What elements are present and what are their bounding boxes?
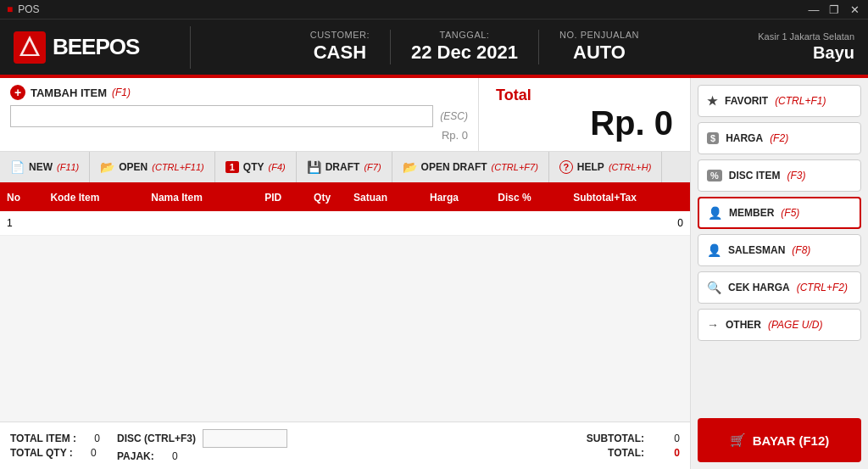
favorit-button[interactable]: ★ FAVORIT (CTRL+F1) [698,85,861,117]
qty-icon: 1 [225,161,239,173]
right-panel: ★ FAVORIT (CTRL+F1) $ HARGA (F2) % DISC … [690,78,868,469]
new-label: NEW [29,161,53,173]
disc-input[interactable] [203,429,287,448]
add-item-label: + TAMBAH ITEM (F1) [10,85,468,100]
member-shortcut: (F5) [781,207,799,219]
qty-shortcut: (F4) [269,162,286,172]
row-pid [248,211,298,235]
no-penjualan-value: AUTO [559,42,639,64]
other-label: OTHER [726,319,761,331]
kasir-label: Kasir 1 Jakarta Selatan [758,31,854,42]
maximize-button[interactable]: ❐ [827,3,841,16]
arrow-right-icon: → [707,318,719,332]
row-subtotal: 0 [566,211,690,235]
app-title: POS [18,3,39,15]
col-nama: Nama Item [144,184,248,211]
row-harga [423,211,491,235]
help-label: HELP [577,161,604,173]
search-icon: 🔍 [707,281,721,294]
new-button[interactable]: 📄 NEW (F11) [0,152,90,182]
favorit-shortcut: (CTRL+F1) [775,95,826,107]
disc-label: DISC (CTRL+F3) [117,433,196,444]
col-disc: Disc % [491,184,566,211]
add-item-text: TAMBAH ITEM [31,87,107,99]
table-row: 1 0 [0,211,690,235]
close-button[interactable]: ✕ [848,3,861,16]
draft-shortcut: (F7) [364,162,381,172]
col-pid: PID [248,184,298,211]
disc-icon: % [707,170,722,181]
total-title: Total [496,87,673,104]
salesman-button[interactable]: 👤 SALESMAN (F8) [698,234,861,266]
qty-button[interactable]: 1 QTY (F4) [215,152,297,182]
pajak-value: 0 [161,450,178,462]
item-qty-group: TOTAL ITEM : 0 TOTAL QTY : 0 [10,433,100,459]
open-draft-shortcut: (CTRL+F7) [492,162,538,172]
favorit-label: FAVORIT [725,95,768,107]
pajak-label: PAJAK: [117,450,154,462]
salesman-label: SALESMAN [728,244,785,256]
main-area: + TAMBAH ITEM (F1) (ESC) Rp. 0 Total Rp.… [0,78,868,469]
draft-button[interactable]: 💾 DRAFT (F7) [297,152,392,182]
col-satuan: Satuan [347,184,423,211]
header-divider [190,26,191,69]
open-shortcut: (CTRL+F11) [152,162,203,172]
other-button[interactable]: → OTHER (PAGE U/D) [698,309,861,341]
open-draft-button[interactable]: 📂 OPEN DRAFT (CTRL+F7) [392,152,549,182]
open-label: OPEN [119,161,147,173]
member-label: MEMBER [729,207,774,219]
total-value: 0 [654,447,680,459]
disc-item-button[interactable]: % DISC ITEM (F3) [698,159,861,192]
cek-harga-label: CEK HARGA [728,282,790,293]
col-subtotal: Subtotal+Tax [566,184,690,211]
esc-label: (ESC) [440,110,468,122]
cart-icon: 🛒 [730,433,746,448]
star-icon: ★ [707,94,718,108]
disc-item-label: DISC ITEM [729,170,781,181]
row-no: 1 [0,211,43,235]
member-icon: 👤 [708,206,722,220]
titlebar: ■ POS — ❐ ✕ [0,0,868,19]
cek-harga-button[interactable]: 🔍 CEK HARGA (CTRL+F2) [698,271,861,304]
subtotal-value: 0 [654,433,680,444]
open-button[interactable]: 📂 OPEN (CTRL+F11) [90,152,214,182]
row-qty [298,211,347,235]
open-icon: 📂 [100,160,114,174]
add-item-shortcut: (F1) [112,87,131,98]
header: BEEPOS CUSTOMER: CASH TANGGAL: 22 Dec 20… [0,19,868,75]
col-no: No [0,184,43,211]
col-harga: Harga [423,184,491,211]
harga-shortcut: (F2) [770,132,788,144]
item-amount: Rp. 0 [10,127,468,142]
new-shortcut: (F11) [57,162,79,172]
disc-item-shortcut: (F3) [787,170,805,181]
tanggal-value: 22 Dec 2021 [411,42,518,64]
member-button[interactable]: 👤 MEMBER (F5) [698,197,861,229]
help-shortcut: (CTRL+H) [609,162,651,172]
total-item-label: TOTAL ITEM : [10,433,76,444]
app-icon: ■ [7,3,13,15]
help-button[interactable]: ? HELP (CTRL+H) [549,152,662,182]
open-draft-label: OPEN DRAFT [421,161,487,173]
customer-value: CASH [310,42,370,64]
minimize-button[interactable]: — [807,3,821,16]
bottom-bar: TOTAL ITEM : 0 TOTAL QTY : 0 DISC (CTRL+… [0,422,690,469]
logo-icon [14,31,46,64]
table-area: No Kode Item Nama Item PID Qty Satuan Ha… [0,184,690,422]
disc-pajak-group: DISC (CTRL+F3) PAJAK: 0 [117,429,287,462]
total-amount: Rp. 0 [496,104,673,142]
logo-area: BEEPOS [14,31,139,64]
left-panel: + TAMBAH ITEM (F1) (ESC) Rp. 0 Total Rp.… [0,78,690,469]
pay-button[interactable]: 🛒 BAYAR (F12) [698,418,861,462]
row-kode [43,211,144,235]
pay-label: BAYAR (F12) [753,433,830,448]
no-penjualan-label: NO. PENJUALAN [559,30,639,40]
cek-harga-shortcut: (CTRL+F2) [797,282,848,293]
col-qty: Qty [298,184,347,211]
tanggal-info: TANGGAL: 22 Dec 2021 [391,30,539,64]
row-nama [144,211,248,235]
row-satuan [347,211,423,235]
search-input[interactable] [10,105,433,127]
draft-icon: 💾 [307,160,321,174]
harga-button[interactable]: $ HARGA (F2) [698,122,861,154]
